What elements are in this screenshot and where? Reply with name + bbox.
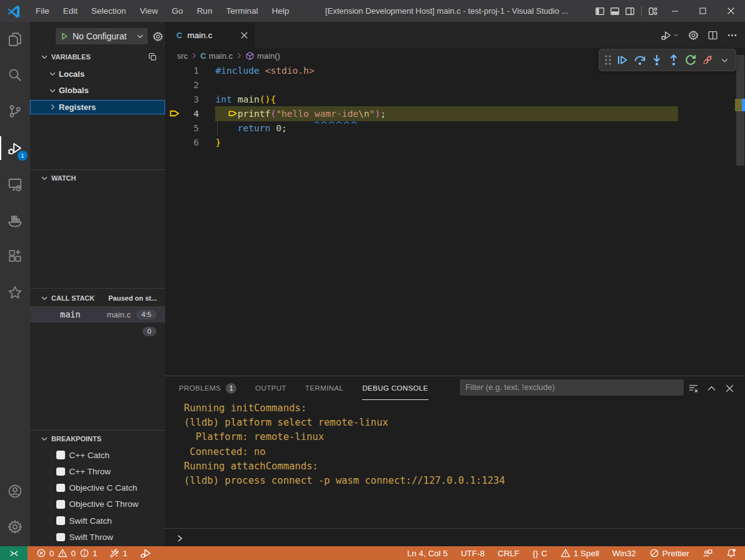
menu-go[interactable]: Go (165, 0, 190, 22)
breakpoint-checkbox[interactable] (56, 484, 65, 492)
customize-layout-icon[interactable] (646, 0, 661, 22)
menu-run[interactable]: Run (190, 0, 220, 22)
activity-source-control[interactable] (0, 96, 30, 126)
stopped-arrow-gutter-icon[interactable] (170, 108, 180, 119)
section-header-call-stack[interactable]: CALL STACKPaused on st... (30, 291, 165, 306)
line-number[interactable]: 2 (165, 78, 199, 92)
status-prettier[interactable]: Prettier (649, 546, 689, 560)
debug-step-out-button[interactable] (665, 51, 682, 69)
remote-indicator[interactable] (0, 546, 28, 560)
toggle-secondary-sidebar-icon[interactable] (622, 0, 637, 22)
activity-explorer[interactable] (0, 24, 30, 54)
status-encoding[interactable]: UTF-8 (461, 546, 485, 560)
breakpoint-checkbox[interactable] (56, 500, 65, 509)
scope-registers[interactable]: Registers (30, 100, 165, 114)
breakpoint-swift-catch[interactable]: Swift Catch (30, 512, 165, 529)
activity-run-and-debug[interactable]: 1 (0, 133, 30, 163)
close-panel-icon[interactable] (721, 383, 739, 394)
debug-continue-button[interactable] (614, 51, 631, 69)
breakpoint-swift-throw[interactable]: Swift Throw (30, 529, 165, 546)
minimize-icon[interactable] (661, 0, 689, 22)
activity-accounts[interactable] (0, 476, 30, 506)
debug-console-output[interactable]: Running initCommands:(lldb) platform sel… (184, 401, 505, 488)
console-input-divider (165, 528, 745, 529)
breakpoint-checkbox[interactable] (56, 468, 65, 476)
status-notifications[interactable] (726, 546, 736, 560)
debug-config-dropdown[interactable]: No Configurat (56, 28, 148, 44)
debug-restart-button[interactable] (682, 51, 699, 69)
line-number[interactable]: 1 (165, 63, 199, 78)
breakpoint-objective-c-throw[interactable]: Objective C Throw (30, 496, 165, 512)
open-launch-config-gear-icon[interactable] (153, 31, 163, 42)
split-editor-icon[interactable] (703, 22, 722, 48)
maximize-icon[interactable] (689, 0, 717, 22)
start-debug-icon[interactable] (60, 32, 69, 41)
console-prompt-icon[interactable] (175, 534, 185, 543)
breakpoint-c-throw[interactable]: C++ Throw (30, 463, 165, 479)
activity-remote-explorer[interactable] (0, 169, 30, 199)
breadcrumb-item[interactable]: main.c (209, 51, 233, 61)
status-debug-status[interactable] (140, 546, 151, 560)
breadcrumb-item[interactable]: main() (257, 51, 280, 61)
section-header-breakpoints[interactable]: BREAKPOINTS (30, 431, 165, 446)
status-eol[interactable]: CRLF (498, 546, 520, 560)
status-problems[interactable]: 001 (36, 546, 101, 560)
status-feedback[interactable] (702, 546, 713, 560)
menu-file[interactable]: File (29, 0, 56, 22)
section-header-variables[interactable]: VARIABLES (30, 49, 165, 64)
run-or-debug-icon[interactable] (656, 22, 684, 48)
menu-selection[interactable]: Selection (84, 0, 133, 22)
breakpoint-checkbox[interactable] (56, 516, 65, 525)
activity-favorites[interactable] (0, 278, 30, 308)
callstack-frame-main[interactable]: mainmain.c4:5 (30, 306, 165, 322)
breakpoint-c-catch[interactable]: C++ Catch (30, 447, 165, 463)
code-area[interactable]: 1#include <stdio.h>23int main(){4 printf… (165, 63, 745, 376)
debug-disconnect-button[interactable] (699, 51, 716, 69)
line-number[interactable]: 6 (165, 135, 199, 149)
menu-help[interactable]: Help (265, 0, 296, 22)
breadcrumb-item[interactable]: src (177, 51, 188, 61)
breakpoint-checkbox[interactable] (56, 451, 65, 459)
editor-more-actions-icon[interactable] (722, 22, 745, 48)
line-number[interactable]: 3 (165, 92, 199, 106)
status-spell-checker[interactable]: 1 Spell (560, 546, 599, 560)
editor-settings-gear-icon[interactable] (684, 22, 703, 48)
callstack-thread-row[interactable]: 0 (30, 324, 165, 339)
debug-gripper-button[interactable] (602, 51, 614, 69)
activity-extensions[interactable] (0, 241, 30, 271)
breakpoint-checkbox[interactable] (56, 533, 65, 542)
panel-tab-output[interactable]: OUTPUT (255, 376, 286, 400)
line-number[interactable]: 5 (165, 121, 199, 135)
scope-locals[interactable]: Locals (30, 67, 165, 81)
copy-icon[interactable] (148, 52, 158, 62)
debug-step-over-button[interactable] (631, 51, 648, 69)
status-cursor-position[interactable]: Ln 4, Col 5 (407, 546, 448, 560)
breakpoint-objective-c-catch[interactable]: Objective C Catch (30, 480, 165, 496)
clear-console-icon[interactable] (684, 383, 702, 394)
status-language-mode[interactable]: {}C (533, 546, 547, 560)
activity-search[interactable] (0, 60, 30, 90)
panel-tab-debug-console[interactable]: DEBUG CONSOLE (362, 376, 428, 400)
tab-close-icon[interactable] (240, 31, 248, 39)
close-icon[interactable] (717, 0, 745, 22)
status-platform[interactable]: Win32 (612, 546, 636, 560)
activity-manage[interactable] (0, 512, 30, 542)
status-toolchain[interactable]: 1 (109, 546, 131, 560)
activity-docker[interactable] (0, 206, 30, 236)
debug-step-into-button[interactable] (648, 51, 665, 69)
panel-tab-problems[interactable]: PROBLEMS1 (179, 376, 236, 400)
console-filter-input[interactable]: Filter (e.g. text, !exclude) (460, 379, 684, 396)
menu-view[interactable]: View (133, 0, 165, 22)
chevron-right-icon (48, 102, 57, 111)
scope-globals[interactable]: Globals (30, 83, 165, 98)
toggle-panel-icon[interactable] (607, 0, 622, 22)
panel-tab-terminal[interactable]: TERMINAL (305, 376, 343, 400)
menu-terminal[interactable]: Terminal (219, 0, 265, 22)
maximize-panel-icon[interactable] (702, 383, 721, 394)
section-header-watch[interactable]: WATCH (30, 171, 165, 186)
tab-main-c[interactable]: C main.c (165, 22, 255, 48)
toggle-sidebar-icon[interactable] (592, 0, 607, 22)
menu-edit[interactable]: Edit (56, 0, 84, 22)
chevron-down-icon (48, 86, 57, 95)
debug-more-icon[interactable] (716, 51, 733, 69)
